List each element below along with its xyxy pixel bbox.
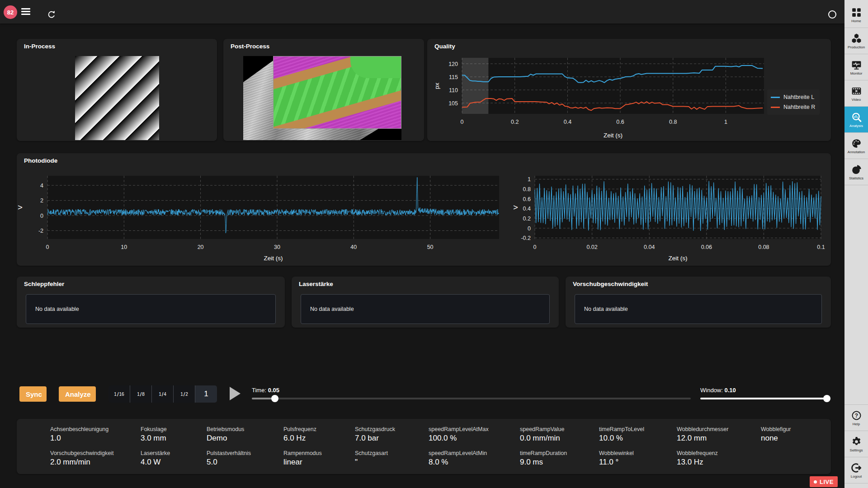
post-process-image[interactable] [243, 56, 401, 140]
logout-icon [851, 462, 862, 474]
refresh-icon[interactable] [47, 9, 57, 19]
home-icon [851, 7, 862, 18]
svg-text:-2: -2 [38, 228, 43, 234]
sync-button[interactable]: Sync [19, 386, 47, 402]
parameter-value: 4.0 W [141, 458, 207, 467]
panel-laserstaerke: Laserstärke No data available [292, 277, 559, 328]
svg-text:0.4: 0.4 [523, 206, 531, 212]
svg-text:0.02: 0.02 [586, 244, 597, 250]
live-dot-icon [814, 480, 817, 483]
sidebar-item-monitor[interactable]: Monitor [844, 54, 868, 80]
sidebar-item-analysis[interactable]: Analysis [844, 107, 868, 133]
sidebar-item-logout[interactable]: Logout [844, 457, 868, 483]
analysis-icon [851, 112, 862, 123]
help-icon: ? [851, 410, 862, 421]
svg-text:0.6: 0.6 [523, 196, 531, 202]
sidebar-item-video[interactable]: Video [844, 80, 868, 107]
no-data-text: No data available [584, 306, 628, 312]
quality-legend: Nahtbreite L Nahtbreite R [767, 89, 820, 115]
parameter-value: 0.0 mm/min [520, 434, 599, 443]
svg-text:105: 105 [448, 100, 458, 107]
analyze-button[interactable]: Analyze [59, 386, 96, 402]
sidebar-item-home[interactable]: Home [844, 2, 868, 28]
window-slider-label: Window: 0.10 [700, 387, 736, 394]
play-button[interactable] [230, 387, 241, 400]
top-bar: 82 [0, 0, 844, 23]
sidebar-item-production[interactable]: Production [844, 28, 868, 54]
parameter-value: 100.0 % [429, 434, 520, 443]
parameters-grid: Achsenbeschleunigung1.0Fokuslage3.0 mmBe… [50, 426, 819, 467]
svg-text:30: 30 [274, 244, 280, 250]
fraction-button-1[interactable]: 1 [195, 385, 217, 403]
window-slider[interactable] [700, 395, 830, 402]
sidebar: HomeProductionMonitorVideoAnalysisAnnota… [844, 0, 868, 488]
svg-text:20: 20 [198, 244, 204, 250]
parameter-label: speedRampLevelAtMax [429, 426, 520, 432]
sidebar-item-statistics[interactable]: Statistics [844, 159, 868, 185]
svg-text:0.8: 0.8 [523, 186, 531, 192]
panel-in-process: In-Process [17, 39, 217, 141]
svg-text:0: 0 [40, 213, 43, 219]
vorschubgeschwindigkeit-title: Vorschubgeschwindigkeit [573, 281, 648, 287]
svg-text:2: 2 [40, 197, 43, 204]
legend-item-nahtbreite-r[interactable]: Nahtbreite R [771, 102, 815, 112]
live-badge: LIVE [810, 476, 838, 487]
in-process-title: In-Process [24, 43, 55, 50]
production-icon [851, 33, 862, 44]
fraction-button-1-8[interactable]: 1/8 [130, 385, 152, 403]
parameter-label: Achsenbeschleunigung [50, 426, 141, 432]
fraction-button-1-16[interactable]: 1/16 [108, 385, 130, 403]
schleppfehler-title: Schleppfehler [24, 281, 64, 287]
parameter-label: Wobblefrequenz [677, 450, 761, 456]
parameter-label: Laserstärke [141, 450, 207, 456]
video-icon [851, 85, 862, 97]
fraction-button-1-2[interactable]: 1/2 [174, 385, 195, 403]
parameter-schutzgasdruck: Schutzgasdruck7.0 bar [355, 426, 429, 443]
analysis-dashboard: 82 In-Process Post-Process Quality [0, 0, 868, 488]
legend-item-nahtbreite-l[interactable]: Nahtbreite L [771, 92, 815, 102]
status-ring-icon[interactable] [828, 10, 836, 19]
photodiode-charts[interactable]: -202401020304050Zeit (s)V-0.200.20.40.60… [17, 167, 831, 266]
in-process-image[interactable] [75, 56, 159, 140]
svg-text:0: 0 [461, 119, 464, 125]
time-slider[interactable] [252, 395, 691, 402]
svg-text:1: 1 [724, 119, 727, 125]
svg-text:0.04: 0.04 [644, 244, 655, 250]
menu-icon[interactable] [21, 8, 30, 15]
svg-text:10: 10 [121, 244, 127, 250]
svg-text:-0.2: -0.2 [521, 235, 531, 241]
parameter-label: Pulsfrequenz [283, 426, 355, 432]
parameter-value: none [761, 434, 819, 443]
no-data-text: No data available [310, 306, 354, 312]
window-value: 0.10 [724, 387, 736, 394]
time-slider-thumb[interactable] [271, 395, 278, 402]
sidebar-item-help[interactable]: ?Help [844, 405, 868, 431]
parameter-label: speedRampLevelAtMin [429, 450, 520, 456]
parameter-value: 13.0 Hz [677, 458, 761, 467]
notification-badge[interactable]: 82 [4, 5, 17, 19]
parameter-wobbledurchmesser: Wobbledurchmesser12.0 mm [677, 426, 761, 443]
sidebar-item-annotation[interactable]: Annotation [844, 133, 868, 159]
parameter-value: 9.0 ms [520, 458, 599, 467]
svg-text:0.8: 0.8 [669, 119, 677, 125]
parameter-value: 3.0 mm [141, 434, 207, 443]
parameter-label: Vorschubgeschwindigkeit [50, 450, 141, 456]
fraction-button-1-4[interactable]: 1/4 [152, 385, 174, 403]
parameter-value: 7.0 bar [355, 434, 429, 443]
sidebar-item-settings[interactable]: Settings [844, 431, 868, 457]
parameter-label: Betriebsmodus [207, 426, 283, 432]
parameter-speedrampvalue: speedRampValue0.0 mm/min [520, 426, 599, 443]
parameter-value: 12.0 mm [677, 434, 761, 443]
svg-text:Zeit (s): Zeit (s) [669, 255, 688, 262]
parameter-timerampduration: timeRampDuration9.0 ms [520, 450, 599, 467]
parameter-value: linear [283, 458, 355, 467]
laserstaerke-title: Laserstärke [299, 281, 333, 287]
svg-text:V: V [17, 205, 24, 209]
svg-text:Zeit (s): Zeit (s) [604, 132, 623, 139]
segmentation-overlay [273, 56, 401, 129]
parameter-value: 8.0 % [429, 458, 520, 467]
settings-icon [851, 436, 862, 447]
parameter-label: Schutzgasdruck [355, 426, 429, 432]
svg-text:0: 0 [533, 244, 537, 250]
window-slider-thumb[interactable] [823, 395, 830, 402]
